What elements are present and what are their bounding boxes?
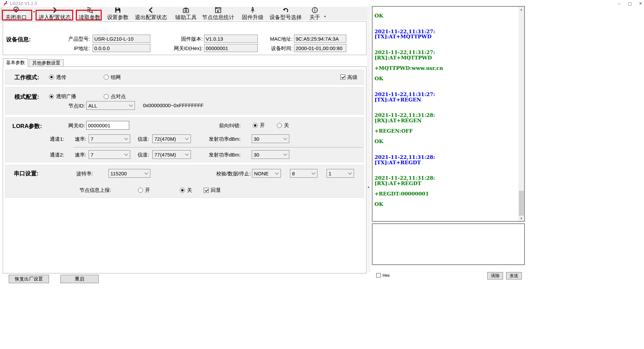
splitter-collapse-icon[interactable]: ◂	[367, 185, 369, 189]
toolbar-overflow-caret[interactable]: ▾	[324, 15, 326, 18]
log-line: [TX]:AT+MQTTPWD	[375, 34, 517, 40]
chevron-down-icon	[275, 171, 279, 174]
channel2-power-label: 发射功率dBm:	[194, 152, 241, 158]
scroll-down-icon[interactable]: ▼	[518, 216, 524, 221]
toolbar-button-label: 关于	[309, 14, 320, 21]
mac-address-field[interactable]: 9C:A5:25:94:7A:3A	[294, 35, 346, 43]
channel1-power-select[interactable]: 30	[252, 134, 289, 143]
maximize-button[interactable]: ▢	[625, 0, 635, 7]
serial-settings-group: 串口设置: 波特率: 115200 校验/数据/停止: NONE 8 1 节点信…	[5, 165, 364, 198]
channel2-power-select[interactable]: 30	[252, 150, 289, 159]
mode-config-group: 模式配置: 透明广播 点对点 节点ID: ALL 0x00000000~0xFF…	[5, 87, 364, 115]
toolbar-button-set-params[interactable]: 设置参数	[105, 7, 131, 20]
broadcast-radio[interactable]	[49, 94, 54, 99]
lora-gateway-id-label: 网关ID:	[51, 123, 85, 129]
tab-basic-params[interactable]: 基本参数	[3, 58, 28, 67]
toolbar-button-about[interactable]: 关于	[308, 7, 321, 20]
lora-gateway-id-input[interactable]: 00000001	[86, 121, 129, 130]
channel2-channel-select[interactable]: 77(475M)	[152, 150, 191, 159]
device-time-label: 设备时间:	[235, 45, 293, 52]
fec-on-radio[interactable]	[253, 123, 258, 128]
log-line: [RX]:AT+REGDT	[375, 181, 517, 186]
baud-rate-select[interactable]: 115200	[108, 169, 150, 178]
product-model-field[interactable]: USR-LG210-L-10	[93, 35, 150, 43]
ip-address-field[interactable]: 0.0.0.0	[93, 44, 150, 52]
log-line: OK	[375, 13, 517, 19]
restart-button[interactable]: 重启	[60, 275, 99, 283]
toolbar-button-label: 退出配置状态	[135, 14, 167, 21]
device-info-title: 设备信息:	[6, 36, 31, 43]
stop-bits-value: 1	[329, 171, 331, 176]
channel1-channel-select[interactable]: 72(470M)	[152, 134, 191, 143]
toolbox-icon	[182, 7, 190, 14]
fec-off-radio[interactable]	[277, 123, 282, 128]
device-time-field[interactable]: 2000-01-01,00:00:80	[294, 44, 346, 52]
tab-other-params[interactable]: 其他参数设置	[29, 59, 64, 67]
scroll-up-icon[interactable]: ▲	[518, 7, 524, 12]
chevron-down-icon	[283, 136, 287, 140]
log-line: OK	[375, 139, 517, 144]
gateway-id-hex-label: 网关ID(Hex):	[145, 45, 203, 52]
channel1-channel-label: 信道:	[115, 136, 149, 142]
log-line	[375, 165, 517, 171]
node-report-off-radio[interactable]	[180, 188, 185, 193]
echo-checkbox[interactable]	[204, 188, 209, 193]
channel2-channel-label: 信道:	[115, 152, 149, 158]
send-button[interactable]: 发送	[506, 272, 522, 279]
parity-select[interactable]: NONE	[252, 169, 281, 178]
undo-arrow-icon	[282, 7, 289, 14]
parity-data-stop-label: 校验/数据/停止:	[204, 171, 251, 177]
serial-settings-label: 串口设置:	[14, 170, 39, 177]
scrollbar-thumb[interactable]	[519, 191, 524, 216]
channel2-rate-label: 速率:	[53, 152, 86, 158]
serial-log-panel[interactable]: OK 2021-11-22,11:31:27:[TX]:AT+MQTTPWD 2…	[372, 6, 525, 222]
log-scrollbar[interactable]: ▲ ▼	[518, 7, 524, 221]
toolbar-button-node-stats[interactable]: 节点信息统计	[201, 7, 235, 20]
work-mode-network-radio[interactable]	[104, 75, 109, 80]
toolbar-button-aux-tools[interactable]: 辅助工具	[174, 7, 198, 20]
toolbar-button-label: 辅助工具	[175, 14, 197, 21]
broadcast-label: 透明广播	[56, 93, 76, 100]
chevron-left-icon	[147, 7, 155, 14]
advanced-label: 高级	[347, 74, 357, 81]
toolbar-button-label: 节点信息统计	[202, 14, 234, 21]
lora-params-label: LORA参数:	[12, 122, 42, 130]
minimize-button[interactable]: –	[614, 0, 624, 7]
log-line	[375, 144, 517, 150]
chevron-down-icon	[185, 136, 189, 140]
stats-window-icon	[214, 7, 222, 14]
annotation-box-3	[76, 10, 102, 20]
channel2-channel-value: 77(475M)	[154, 152, 176, 158]
log-line	[375, 102, 517, 108]
toolbar-button-model-select[interactable]: 设备型号选择	[268, 7, 303, 20]
toolbar-button-exit-config[interactable]: 退出配置状态	[134, 7, 168, 20]
close-button[interactable]: ✕	[636, 0, 644, 7]
log-line: [RX]:AT+REGEN	[375, 118, 517, 124]
log-line	[375, 82, 517, 87]
baud-rate-label: 波特率:	[59, 171, 93, 177]
stop-bits-select[interactable]: 1	[327, 169, 354, 178]
work-mode-group: 工作模式: 透传 组网 高级	[5, 70, 364, 85]
channel1-channel-value: 72(470M)	[154, 136, 176, 142]
parity-value: NONE	[254, 171, 268, 176]
work-mode-transparent-radio[interactable]	[49, 75, 54, 80]
toolbar-button-firmware-upgrade[interactable]: 固件升级	[241, 7, 264, 20]
toolbar-button-label: 设置参数	[107, 14, 129, 21]
p2p-radio[interactable]	[104, 94, 109, 99]
factory-reset-button[interactable]: 恢复出厂设置	[9, 275, 49, 283]
serial-dropdown-caret[interactable]: ▾	[33, 10, 35, 13]
baud-rate-value: 115200	[110, 171, 127, 176]
log-line	[375, 40, 517, 45]
panel-splitter[interactable]	[367, 6, 370, 272]
advanced-checkbox[interactable]	[340, 75, 345, 80]
clear-button[interactable]: 清除	[487, 272, 503, 279]
hex-checkbox[interactable]	[376, 273, 381, 277]
node-id-label: 节点ID:	[51, 103, 85, 109]
node-id-select[interactable]: ALL	[86, 101, 135, 110]
node-report-on-radio[interactable]	[138, 188, 143, 193]
channel1-rate-label: 速率:	[53, 136, 86, 142]
data-bits-select[interactable]: 8	[290, 169, 317, 178]
send-input-area[interactable]	[372, 223, 525, 265]
save-icon	[114, 7, 121, 14]
log-line: [TX]:AT+REGDT	[375, 160, 517, 166]
